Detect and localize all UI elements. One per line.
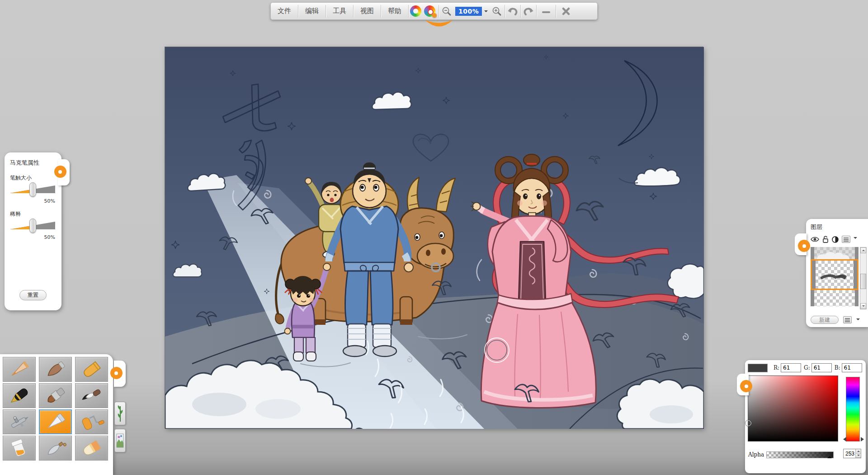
drawing-canvas[interactable] xyxy=(165,47,703,428)
marker-icon xyxy=(42,412,69,432)
brush-size-value: 50% xyxy=(10,198,55,204)
layer-above[interactable] xyxy=(811,247,859,259)
layer-list-scrollbar[interactable] xyxy=(860,247,867,309)
tool-fountain-pen[interactable] xyxy=(3,383,36,408)
separator xyxy=(408,5,409,18)
tool-palette-collapse-handle[interactable] xyxy=(114,361,126,387)
layer-above-thumbnail xyxy=(811,247,859,259)
layers-panel-collapse-handle[interactable] xyxy=(795,233,807,255)
close-icon xyxy=(561,7,571,16)
tool-paint-bottle[interactable] xyxy=(3,436,36,461)
scroll-down-arrow[interactable] xyxy=(860,303,866,309)
opacity-contrast-icon[interactable] xyxy=(832,236,839,243)
dilution-label: 稀释 xyxy=(10,210,56,218)
close-button[interactable] xyxy=(556,4,576,19)
alpha-label: Alpha xyxy=(748,451,766,458)
layer-below[interactable] xyxy=(811,290,859,306)
panel-title: 马克笔属性 xyxy=(10,159,56,167)
undo-button[interactable] xyxy=(505,4,520,19)
alpha-gradient-strip[interactable] xyxy=(766,451,834,458)
picture-icon xyxy=(116,431,124,450)
zoom-dropdown-button[interactable] xyxy=(483,7,489,16)
slider-thumb[interactable] xyxy=(29,182,36,197)
tool-eraser[interactable] xyxy=(75,436,108,461)
chevron-down-icon[interactable] xyxy=(854,237,857,241)
lock-icon[interactable] xyxy=(822,236,829,243)
paint-mascot-icon[interactable] xyxy=(410,5,421,17)
slider-thumb[interactable] xyxy=(29,218,36,233)
tool-marker-selected[interactable] xyxy=(39,409,72,434)
menu-file[interactable]: 文件 xyxy=(271,3,298,19)
alpha-value-input[interactable] xyxy=(844,449,855,458)
chevron-down-icon xyxy=(484,10,488,14)
paint-roller-icon xyxy=(79,412,105,432)
layer-selected[interactable] xyxy=(811,259,859,290)
color-panel-collapse-handle[interactable] xyxy=(737,374,749,395)
menu-lines-icon xyxy=(844,238,849,242)
mascot-nose-icon xyxy=(432,13,437,18)
alpha-increment-button[interactable] xyxy=(856,449,861,454)
menu-lines-icon xyxy=(845,318,850,322)
hue-bar[interactable] xyxy=(846,377,860,442)
brush-size-label: 笔触大小 xyxy=(10,174,56,182)
red-input[interactable] xyxy=(781,363,801,372)
tool-brush-pen[interactable] xyxy=(39,357,72,382)
tool-pencil[interactable] xyxy=(3,357,36,382)
palette-knife-icon xyxy=(42,438,69,458)
saturation-value-square[interactable] xyxy=(748,375,838,442)
visibility-eye-icon[interactable] xyxy=(811,236,819,242)
menu-edit[interactable]: 编辑 xyxy=(298,3,326,19)
scroll-up-arrow[interactable] xyxy=(860,247,866,253)
undo-icon xyxy=(507,6,518,16)
scrollbar-thumb[interactable] xyxy=(860,274,866,289)
picture-stamps-tab[interactable] xyxy=(114,429,126,452)
tool-crayon[interactable] xyxy=(75,357,108,382)
minimize-icon xyxy=(542,7,551,16)
mascot-mouth-icon xyxy=(424,19,454,31)
tool-airbrush[interactable] xyxy=(3,409,36,434)
zoom-out-button[interactable] xyxy=(439,4,454,19)
menu-help[interactable]: 帮助 xyxy=(381,3,408,19)
fountain-pen-icon xyxy=(6,386,33,406)
ink-brush-icon xyxy=(79,386,105,406)
tool-ink-brush[interactable] xyxy=(75,383,108,408)
color-picker-panel: R: G: B: Alpha xyxy=(745,360,866,473)
alpha-marker[interactable] xyxy=(827,454,832,458)
marker-properties-panel: 马克笔属性 笔触大小 50% 稀释 50% 重置 xyxy=(5,152,61,310)
redo-button[interactable] xyxy=(521,4,536,19)
hue-marker-left[interactable] xyxy=(841,437,846,442)
alpha-spinner xyxy=(843,449,861,458)
green-input[interactable] xyxy=(811,363,832,372)
tool-paint-roller[interactable] xyxy=(75,409,108,434)
zoom-level-display[interactable]: 100% xyxy=(455,7,482,16)
brush-size-slider[interactable] xyxy=(10,184,55,197)
blue-label: B: xyxy=(835,365,840,371)
menu-view[interactable]: 视图 xyxy=(354,3,381,19)
dilution-slider[interactable] xyxy=(10,220,55,233)
current-color-swatch[interactable] xyxy=(748,364,768,372)
chevron-down-icon[interactable] xyxy=(856,318,860,322)
layers-options-button[interactable] xyxy=(843,316,852,323)
paint-bottle-icon xyxy=(6,438,33,458)
blue-input[interactable] xyxy=(842,363,862,372)
layer-selected-thumbnail xyxy=(812,261,857,289)
alpha-decrement-button[interactable] xyxy=(856,454,861,458)
eraser-icon xyxy=(79,438,105,458)
tool-palette-knife[interactable] xyxy=(39,436,72,461)
color-selection-cursor[interactable] xyxy=(745,420,751,426)
zoom-out-icon xyxy=(442,6,452,16)
minimize-button[interactable] xyxy=(537,4,556,19)
hue-marker-right[interactable] xyxy=(861,437,866,442)
zoom-in-button[interactable] xyxy=(489,4,505,19)
panel-title: 图层 xyxy=(811,223,866,231)
marker-panel-collapse-handle[interactable] xyxy=(58,159,70,185)
menu-tools[interactable]: 工具 xyxy=(326,3,353,19)
plant-stamps-tab[interactable] xyxy=(114,402,126,425)
crayon-icon xyxy=(79,360,105,380)
tool-paintbrush[interactable] xyxy=(39,383,72,408)
layer-menu-button[interactable] xyxy=(842,236,850,243)
green-label: G: xyxy=(804,365,810,371)
reset-button[interactable]: 重置 xyxy=(19,290,47,300)
layers-panel: 图层 xyxy=(806,219,868,327)
new-layer-button[interactable]: 新建 xyxy=(811,316,839,324)
